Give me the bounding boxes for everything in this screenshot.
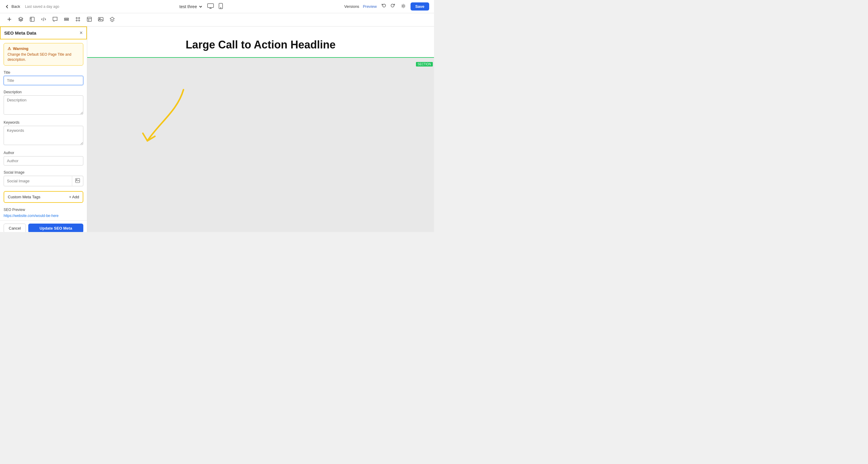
svg-rect-0 (208, 4, 214, 7)
settings-icon-button[interactable] (400, 2, 407, 10)
pages-button[interactable] (28, 15, 37, 25)
title-field-section: Title (0, 68, 87, 88)
title-input[interactable] (4, 76, 83, 85)
chevron-down-icon (199, 5, 203, 8)
forms-button[interactable] (62, 15, 71, 25)
comments-button[interactable] (51, 15, 60, 25)
custom-meta-section: Custom Meta Tags + Add (4, 191, 83, 203)
panel-header: SEO Meta Data × (0, 27, 87, 39)
keywords-textarea[interactable] (4, 126, 83, 145)
author-label: Author (4, 151, 83, 155)
description-label: Description (4, 90, 83, 94)
versions-button[interactable]: Versions (344, 4, 360, 9)
canvas-area: Large Call to Action Headline SECTION (87, 27, 434, 232)
headline-text: Large Call to Action Headline (93, 38, 428, 51)
page-canvas: Large Call to Action Headline (87, 27, 434, 58)
description-field-section: Description (0, 88, 87, 118)
warning-title: Warning (13, 46, 29, 51)
toolbar (0, 13, 434, 27)
layout-button[interactable] (85, 15, 94, 25)
seo-preview-url: https://website.com/would-be-here (4, 214, 83, 218)
save-button[interactable]: Save (410, 2, 429, 10)
desktop-icon-button[interactable] (206, 2, 215, 11)
add-element-button[interactable] (5, 15, 14, 25)
social-image-row (4, 176, 83, 186)
svg-point-2 (220, 7, 221, 8)
top-bar-center: test three (59, 2, 344, 11)
redo-button[interactable] (389, 2, 396, 10)
title-label: Title (4, 70, 83, 75)
warning-message: Change the Default SEO Page Title and de… (7, 52, 80, 62)
cancel-button[interactable]: Cancel (4, 224, 26, 232)
top-bar: Back Last saved a day ago test three (0, 0, 434, 13)
preview-button[interactable]: Preview (363, 4, 377, 9)
update-seo-meta-button[interactable]: Update SEO Meta (28, 224, 83, 232)
saved-info: Last saved a day ago (25, 4, 59, 9)
warning-box: ⚠ Warning Change the Default SEO Page Ti… (4, 43, 83, 66)
headline-area: Large Call to Action Headline (87, 27, 434, 57)
add-custom-meta-button[interactable]: + Add (69, 195, 79, 199)
main-layout: SEO Meta Data × ⚠ Warning Change the Def… (0, 27, 434, 232)
code-button[interactable] (39, 15, 48, 25)
section-label: SECTION (416, 62, 433, 66)
page-name-label: test three (180, 4, 197, 9)
svg-point-3 (402, 5, 404, 7)
panel-actions: Cancel Update SEO Meta (0, 220, 87, 232)
svg-point-9 (76, 20, 77, 21)
svg-point-10 (79, 20, 80, 21)
page-name-button[interactable]: test three (180, 4, 203, 9)
layers-button[interactable] (16, 15, 25, 25)
keywords-label: Keywords (4, 120, 83, 124)
top-bar-right: Versions Preview Save (344, 2, 430, 10)
svg-point-7 (76, 18, 77, 19)
svg-point-8 (79, 18, 80, 19)
seo-panel: SEO Meta Data × ⚠ Warning Change the Def… (0, 27, 87, 232)
media-button[interactable] (96, 15, 105, 25)
svg-rect-12 (98, 18, 103, 21)
description-textarea[interactable] (4, 95, 83, 115)
back-label: Back (11, 4, 20, 9)
apps-button[interactable] (73, 15, 83, 25)
arrow-annotation (142, 87, 202, 154)
undo-redo-group (380, 2, 396, 10)
back-button[interactable]: Back (5, 4, 20, 9)
seo-preview-section: SEO Preview https://website.com/would-be… (0, 205, 87, 220)
warning-icon: ⚠ (7, 46, 11, 51)
close-panel-button[interactable]: × (80, 30, 83, 35)
custom-meta-label: Custom Meta Tags (8, 195, 40, 199)
undo-button[interactable] (380, 2, 388, 10)
author-input[interactable] (4, 156, 83, 166)
social-image-field-section: Social Image (0, 168, 87, 189)
svg-rect-6 (64, 20, 69, 21)
social-image-input[interactable] (4, 177, 72, 185)
panel-title: SEO Meta Data (4, 30, 36, 35)
mobile-icon-button[interactable] (217, 2, 224, 11)
image-picker-icon[interactable] (72, 176, 83, 186)
device-icons (206, 2, 224, 11)
svg-rect-11 (87, 17, 91, 21)
social-image-label: Social Image (4, 170, 83, 175)
svg-rect-4 (30, 17, 34, 21)
green-line (87, 57, 434, 58)
svg-rect-5 (64, 18, 69, 19)
keywords-field-section: Keywords (0, 118, 87, 148)
seo-preview-label: SEO Preview (4, 208, 83, 212)
warning-header: ⚠ Warning (7, 46, 80, 51)
author-field-section: Author (0, 148, 87, 168)
integrations-button[interactable] (108, 15, 117, 25)
